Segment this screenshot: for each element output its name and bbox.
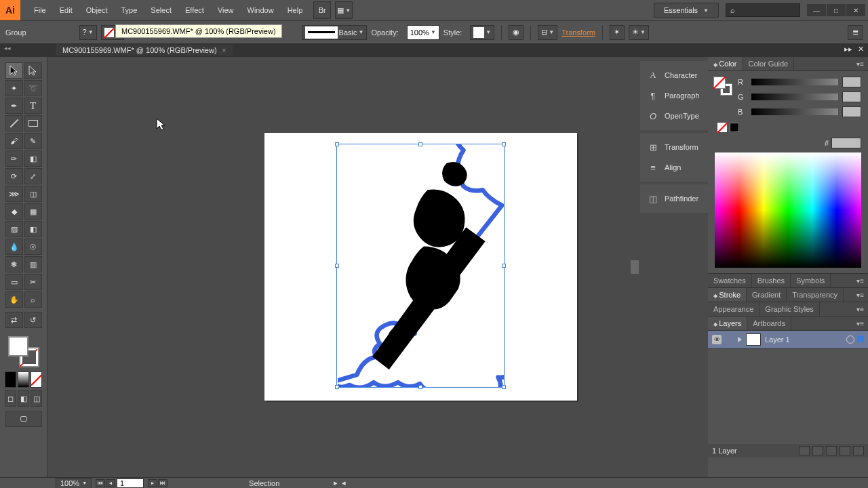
window-maximize-button[interactable]: □	[827, 4, 846, 16]
collapse-dock-icon[interactable]: ◂◂	[4, 45, 11, 52]
tab-transparency[interactable]: Transparency	[787, 288, 844, 302]
tab-graphic-styles[interactable]: Graphic Styles	[760, 302, 820, 316]
handle-sw[interactable]	[335, 385, 339, 389]
prev-artboard-icon[interactable]: ◂	[106, 479, 115, 487]
tab-swatches[interactable]: Swatches	[708, 274, 752, 287]
selection-bounding-box[interactable]	[336, 144, 505, 388]
status-disclosure-icon[interactable]: ▸	[334, 479, 338, 487]
handle-nw[interactable]	[335, 142, 339, 146]
pen-tool[interactable]: ✒	[5, 98, 23, 114]
new-sublayer-icon[interactable]	[826, 446, 837, 455]
arrange-documents-icon[interactable]: ▦▼	[335, 1, 353, 19]
menu-window[interactable]: Window	[241, 2, 281, 18]
panel-menu-icon[interactable]: ▾≡	[852, 290, 868, 300]
panel-menu-icon[interactable]: ▾≡	[852, 276, 868, 286]
layer-disclosure-icon[interactable]	[738, 337, 742, 342]
direct-selection-tool[interactable]	[24, 62, 42, 79]
delete-layer-icon[interactable]	[853, 446, 864, 455]
mesh-tool[interactable]: ▨	[5, 221, 23, 237]
eyedropper-tool[interactable]: 💧	[5, 239, 23, 255]
free-transform-tool[interactable]: ◫	[24, 186, 42, 202]
tab-layers[interactable]: Layers	[708, 317, 747, 330]
menu-type[interactable]: Type	[115, 2, 144, 18]
column-graph-tool[interactable]: ▥	[24, 256, 42, 272]
gradient-tool[interactable]: ◧	[24, 221, 42, 237]
tab-color[interactable]: Color	[708, 57, 743, 70]
transform-link[interactable]: Transform	[561, 28, 595, 37]
handle-n[interactable]	[418, 142, 422, 146]
draw-inside-icon[interactable]: ◫	[31, 390, 42, 407]
panel-transform[interactable]: ⊞Transform	[642, 137, 707, 157]
locate-object-icon[interactable]	[799, 446, 810, 455]
zoom-dropdown[interactable]: 100%▼	[56, 478, 92, 489]
recolor-artwork-icon[interactable]: ◉	[509, 25, 524, 40]
expand-dock-icon[interactable]: ▸▸	[844, 45, 852, 54]
style-dropdown[interactable]: ▼	[470, 25, 494, 40]
fill-stroke-indicator[interactable]	[8, 336, 39, 367]
close-dock-icon[interactable]: ✕	[858, 45, 864, 54]
width-tool[interactable]: ⋙	[5, 186, 23, 202]
handle-s[interactable]	[418, 385, 422, 389]
next-artboard-icon[interactable]: ▸	[148, 479, 157, 487]
line-tool[interactable]	[5, 115, 23, 131]
visibility-toggle-icon[interactable]: 👁	[712, 335, 722, 344]
menu-effect[interactable]: Effect	[178, 2, 211, 18]
menu-file[interactable]: File	[27, 2, 53, 18]
scrollbar-thumb[interactable]	[631, 260, 639, 274]
gradient-mode-icon[interactable]	[18, 371, 29, 388]
isolate-icon[interactable]: ✶	[610, 25, 625, 40]
symbol-sprayer-tool[interactable]: ❃	[5, 256, 23, 272]
blend-tool[interactable]: ⦾	[24, 239, 42, 255]
handle-w[interactable]	[335, 264, 339, 268]
hand-tool[interactable]: ✋	[5, 291, 23, 308]
type-tool[interactable]: T	[24, 98, 42, 114]
tab-gradient[interactable]: Gradient	[747, 288, 787, 302]
align-dropdown[interactable]: ⊟▼	[538, 25, 557, 40]
tab-symbols[interactable]: Symbols	[791, 274, 831, 287]
hex-input[interactable]	[831, 138, 861, 148]
last-artboard-icon[interactable]: ⏭	[158, 479, 167, 487]
layer-row[interactable]: 👁 Layer 1	[708, 331, 868, 349]
fill-swap-icon[interactable]: ↺	[24, 312, 42, 328]
search-input[interactable]: ⌕	[726, 3, 800, 17]
none-mode-icon[interactable]	[31, 371, 42, 388]
handle-ne[interactable]	[502, 142, 506, 146]
draw-behind-icon[interactable]: ◧	[18, 390, 29, 407]
scale-tool[interactable]: ⤢	[24, 168, 42, 184]
color-mode-icon[interactable]	[5, 371, 16, 388]
bridge-icon[interactable]: Br	[313, 1, 331, 19]
first-artboard-icon[interactable]: ⏮	[96, 479, 105, 487]
fill-default-icon[interactable]: ⇄	[5, 312, 23, 328]
tab-brushes[interactable]: Brushes	[752, 274, 791, 287]
hscroll-left-icon[interactable]: ◂	[342, 479, 346, 487]
artboard-tool[interactable]: ▭	[5, 274, 23, 290]
menu-help[interactable]: Help	[281, 2, 310, 18]
new-layer-icon[interactable]	[840, 446, 850, 455]
black-swatch-icon[interactable]	[730, 123, 739, 132]
panel-align[interactable]: ≡Align	[642, 157, 707, 178]
pencil-tool[interactable]: ✎	[24, 133, 42, 149]
magic-wand-tool[interactable]: ✦	[5, 80, 23, 96]
window-close-button[interactable]: ✕	[846, 4, 865, 16]
fill-swatch-dropdown[interactable]: ?▼	[79, 25, 97, 40]
eraser-tool[interactable]: ◧	[24, 150, 42, 167]
rotate-tool[interactable]: ⟳	[5, 168, 23, 184]
brush-definition-dropdown[interactable]: Basic▼	[302, 25, 368, 40]
slice-tool[interactable]: ✂	[24, 274, 42, 290]
make-clipping-mask-icon[interactable]	[812, 446, 823, 455]
panel-paragraph[interactable]: ¶Paragraph	[642, 85, 707, 106]
slider-b[interactable]	[751, 108, 838, 115]
control-menu-icon[interactable]: ≣	[848, 25, 863, 40]
panel-opentype[interactable]: OOpenType	[642, 106, 707, 126]
menu-object[interactable]: Object	[79, 2, 115, 18]
opacity-dropdown[interactable]: 100%▼	[407, 25, 439, 40]
none-swatch-icon[interactable]	[717, 123, 727, 132]
document-tab[interactable]: MC900155969.WMF* @ 100% (RGB/Preview) ×	[56, 45, 233, 56]
screen-mode-button[interactable]: 🖵	[5, 411, 42, 427]
menu-edit[interactable]: Edit	[53, 2, 79, 18]
document-tab-close-icon[interactable]: ×	[222, 47, 226, 54]
panel-menu-icon[interactable]: ▾≡	[852, 319, 868, 329]
blob-brush-tool[interactable]: ✑	[5, 150, 23, 167]
tab-appearance[interactable]: Appearance	[708, 302, 760, 316]
target-icon[interactable]	[846, 336, 854, 344]
